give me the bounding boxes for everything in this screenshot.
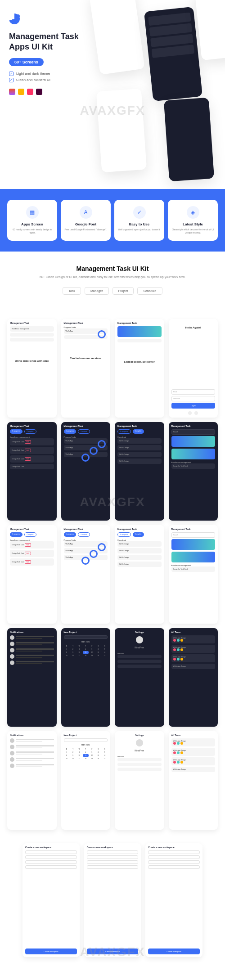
screen-light-home: Management Task Search Excellence manage… — [169, 525, 218, 624]
screen-workspace: Create a new workspace Create workspace — [22, 843, 80, 957]
screen-dark-completed: Management Task In progressComplete Comp… — [115, 422, 164, 521]
kit-tags: Task Manager Project Schedule — [7, 287, 218, 295]
sketch-icon — [18, 89, 24, 95]
tag: Task — [63, 287, 81, 295]
hero-mockup-dark — [164, 98, 214, 182]
hero-mockup-light — [96, 89, 147, 173]
font-icon: A — [80, 206, 92, 219]
screen-onboard: Management Task Progress Tasks WuVu App … — [61, 319, 111, 418]
hero-section: Management Task Apps UI Kit 60+ Screens … — [0, 0, 225, 189]
screens-badge: 60+ Screens — [9, 58, 44, 66]
kit-title: Management Task UI Kit — [7, 265, 218, 272]
style-icon: ◈ — [187, 206, 199, 219]
google-icon — [188, 411, 192, 415]
brand-logo — [9, 13, 20, 24]
screen-workspace: Create a new workspace Create workspace — [84, 843, 141, 957]
screen-dark-notification: Notifications — [7, 628, 57, 727]
screen-light-settings: Settings KirraFren General — [115, 731, 164, 830]
hero-mockup-light — [89, 0, 145, 75]
check-icon: ✓ — [9, 72, 14, 76]
feature-card: ✓ Easy to UseWell organized layers just … — [114, 200, 164, 241]
hero-mockup-dark — [144, 7, 202, 101]
screen-light-notification: Notifications — [7, 731, 57, 830]
screen-light-progress: Management Task In progressComplete Prog… — [61, 525, 111, 624]
facebook-icon — [194, 411, 198, 415]
screen-dark-home: Management Task Search Excellence manage… — [169, 422, 218, 521]
tag: Schedule — [137, 287, 162, 295]
screen-grid-3col: Create a new workspace Create workspace … — [0, 843, 225, 971]
easy-icon: ✓ — [133, 206, 146, 219]
screen-light-completed: Management Task In progressComplete Comp… — [115, 525, 164, 624]
screen-workspace: Create a new workspace Create workspace — [145, 843, 202, 957]
screen-grid: Management Task Excellence management Br… — [0, 319, 225, 843]
feature-card: ▦ Apps Screen60 handy screens with trend… — [7, 200, 57, 241]
figma-icon — [9, 89, 15, 95]
screen-onboard: Management Task Excellence management Br… — [7, 319, 57, 418]
xd-icon — [36, 89, 42, 95]
screen-dark-settings: Settings KirraFren General — [115, 628, 164, 727]
screen-dark-team: All Team WuVu App Design WuVu App Design… — [169, 628, 218, 727]
kit-subtitle: 60+ Clean Design of UI Kit, editable and… — [7, 275, 218, 280]
screen-light-tasks: Management Task In progressComplete Exce… — [7, 525, 57, 624]
screen-light-new-project: New Project MAY 2020 MTWTFSS123456789101… — [61, 731, 111, 830]
screen-icon: ▦ — [26, 206, 39, 219]
screen-dark-new-project: New Project MAY 2020 MTWTFSS123456789101… — [61, 628, 111, 727]
feature-card: A Google FontFree used Google Font named… — [61, 200, 111, 241]
check-icon: ✓ — [9, 78, 14, 82]
kit-intro: Management Task UI Kit 60+ Clean Design … — [0, 252, 225, 319]
tag: Manager — [85, 287, 109, 295]
screen-dark-tasks: Management Task In progressComplete Exce… — [7, 422, 57, 521]
screen-onboard: Management Task Expect better, get bette… — [115, 319, 164, 418]
feature-card: ◈ Latest StyleClean style which become t… — [168, 200, 218, 241]
feature-band: ▦ Apps Screen60 handy screens with trend… — [0, 189, 225, 252]
thanks-section: Thanks forPurchasing — [0, 971, 225, 980]
tag: Project — [112, 287, 134, 295]
invision-icon — [27, 89, 33, 95]
screen-light-team: All Team WuVu App Design WuVu App Design… — [169, 731, 218, 830]
screen-login: Hello Again! Email Password Log In — [169, 319, 218, 418]
screen-dark-progress: Management Task In progressComplete Prog… — [61, 422, 111, 521]
